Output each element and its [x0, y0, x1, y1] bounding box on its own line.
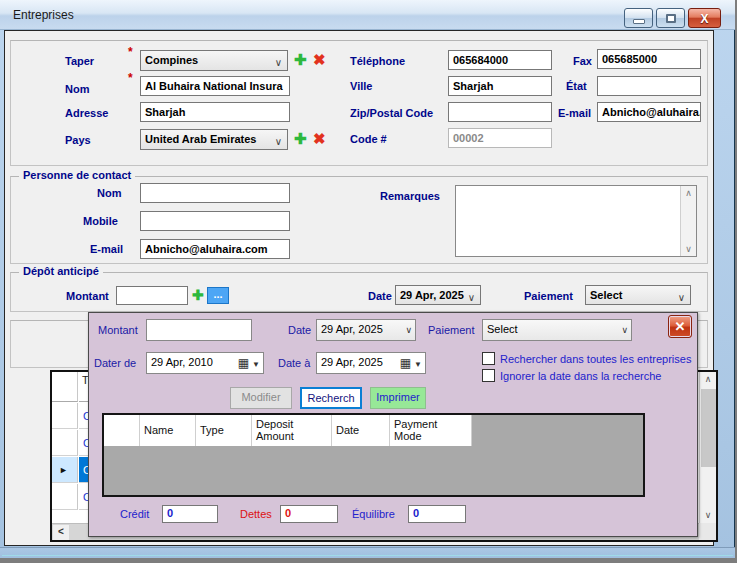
dettes-label: Dettes: [240, 508, 272, 520]
pays-dropdown[interactable]: United Arab Emirates∨: [140, 129, 288, 150]
add-type-icon[interactable]: ✚: [294, 52, 307, 67]
dialog-close-button[interactable]: ✕: [668, 315, 692, 338]
results-table: Name Type Deposit Amount Date Payment Mo…: [102, 413, 645, 497]
calendar-icon: ▦: [238, 356, 249, 370]
grid-row-header[interactable]: [52, 403, 78, 429]
dialog-date-dropdown[interactable]: 29 Apr, 2025∨: [316, 319, 416, 341]
results-header-date[interactable]: Date: [332, 415, 390, 446]
equilibre-label: Équilibre: [352, 508, 395, 520]
telephone-field[interactable]: 065684000: [448, 50, 552, 70]
scroll-down-icon[interactable]: ∨: [700, 508, 716, 523]
restore-icon: [666, 14, 676, 23]
deposit-date-dropdown[interactable]: 29 Apr, 2025∨: [395, 285, 481, 305]
minimize-button[interactable]: [624, 8, 653, 28]
grid-corner-cell: [52, 372, 78, 402]
grid-vscrollbar[interactable]: ∧ ∨: [699, 372, 716, 523]
deposit-browse-button[interactable]: ...: [207, 287, 229, 304]
etat-label: État: [566, 80, 587, 92]
contact-nom-label: Nom: [97, 187, 121, 199]
dialog-paiement-label: Paiement: [428, 324, 474, 336]
dialog-date-label: Date: [288, 324, 311, 336]
contact-nom-field[interactable]: [140, 183, 290, 203]
results-header-type[interactable]: Type: [196, 415, 252, 446]
dropdown-arrow-icon: ▼: [414, 360, 422, 369]
results-header-blank: [104, 415, 140, 446]
dialog-paiement-dropdown[interactable]: Select∨: [482, 319, 632, 341]
credit-field[interactable]: 0: [162, 505, 218, 523]
restore-button[interactable]: [656, 8, 685, 28]
chevron-down-icon: ∨: [275, 134, 282, 149]
grid-scroll-corner: [699, 523, 716, 540]
email-label: E-mail: [558, 107, 591, 119]
chevron-down-icon: ∨: [275, 55, 282, 70]
scroll-up-icon[interactable]: ∧: [681, 186, 696, 200]
recherch-button[interactable]: Recherch: [300, 387, 362, 409]
code-label: Code #: [350, 133, 387, 145]
chevron-down-icon: ∨: [405, 325, 412, 335]
dialog-dater-de-picker[interactable]: 29 Apr, 2010▦▼: [146, 352, 264, 374]
imprimer-button[interactable]: Imprimer: [370, 387, 426, 409]
equilibre-field[interactable]: 0: [408, 505, 466, 523]
contact-email-field[interactable]: Abnicho@aluhaira.com: [140, 239, 290, 259]
email-field[interactable]: Abnicho@aluhaira.com: [597, 102, 701, 122]
scroll-up-icon[interactable]: ∧: [700, 372, 716, 387]
calendar-icon: ▦: [400, 356, 411, 370]
nom-field[interactable]: Al Buhaira National Insura: [140, 76, 290, 96]
results-header-deposit-amount[interactable]: Deposit Amount: [252, 415, 332, 446]
results-header-payment-mode[interactable]: Payment Mode: [390, 415, 472, 446]
modifier-button[interactable]: Modifier: [230, 387, 292, 409]
scroll-down-icon[interactable]: ∨: [681, 242, 696, 256]
credit-label: Crédit: [120, 508, 149, 520]
fax-field[interactable]: 065685000: [597, 49, 701, 69]
nom-required-mark: *: [128, 71, 133, 85]
scroll-left-icon[interactable]: <: [53, 525, 69, 540]
deposit-add-icon[interactable]: ✚: [192, 288, 204, 303]
remarques-scrollbar[interactable]: ∧ ∨: [680, 186, 696, 256]
dialog-date-a-label: Date à: [278, 357, 310, 369]
ville-label: Ville: [350, 80, 372, 92]
dialog-montant-field[interactable]: [146, 319, 252, 341]
taper-label: Taper: [65, 55, 94, 67]
adresse-label: Adresse: [65, 107, 108, 119]
grid-vscroll-thumb[interactable]: [701, 389, 716, 467]
add-country-icon[interactable]: ✚: [294, 131, 307, 146]
chevron-down-icon: ∨: [678, 290, 685, 305]
deposit-paiement-label: Paiement: [524, 290, 573, 302]
grid-row-header[interactable]: [52, 430, 78, 456]
adresse-field[interactable]: Sharjah: [140, 102, 290, 122]
pays-label: Pays: [65, 134, 91, 146]
ville-field[interactable]: Sharjah: [448, 76, 552, 96]
grid-selected-row-arrow[interactable]: ►: [52, 457, 78, 483]
results-header-name[interactable]: Name: [140, 415, 196, 446]
grid-row-header[interactable]: [52, 484, 78, 510]
etat-field[interactable]: [597, 76, 701, 96]
dialog-date-a-picker[interactable]: 29 Apr, 2025▦▼: [316, 352, 426, 374]
contact-email-label: E-mail: [90, 243, 123, 255]
dettes-field[interactable]: 0: [280, 505, 338, 523]
deposit-date-label: Date: [368, 290, 392, 302]
dialog-dater-de-label: Dater de: [94, 357, 136, 369]
delete-type-icon[interactable]: ✖: [313, 52, 326, 67]
dropdown-arrow-icon: ▼: [252, 360, 260, 369]
ignore-date-checkbox[interactable]: [482, 369, 495, 382]
deposit-montant-field[interactable]: [116, 286, 188, 305]
taper-dropdown[interactable]: Compines∨: [140, 50, 288, 71]
contact-mobile-label: Mobile: [83, 215, 118, 227]
contact-mobile-field[interactable]: [140, 211, 290, 231]
delete-country-icon[interactable]: ✖: [313, 131, 326, 146]
zip-field[interactable]: [448, 102, 552, 122]
window-frame-bottom: [0, 547, 735, 558]
chevron-down-icon: ∨: [468, 290, 475, 305]
search-all-checkbox-label[interactable]: Rechercher dans toutes les entreprises: [500, 353, 691, 365]
zip-label: Zip/Postal Code: [350, 107, 433, 119]
ignore-date-checkbox-label[interactable]: Ignorer la date dans la recherche: [500, 370, 661, 382]
chevron-down-icon: ∨: [621, 325, 628, 335]
deposit-paiement-dropdown[interactable]: Select∨: [585, 285, 691, 305]
nom-label: Nom: [65, 83, 89, 95]
fax-label: Fax: [573, 55, 592, 67]
code-field: 00002: [448, 128, 552, 148]
close-button[interactable]: X: [688, 8, 721, 28]
contact-group-title: Personne de contact: [19, 169, 135, 181]
search-all-checkbox[interactable]: [482, 352, 495, 365]
remarques-textarea[interactable]: [455, 185, 697, 257]
